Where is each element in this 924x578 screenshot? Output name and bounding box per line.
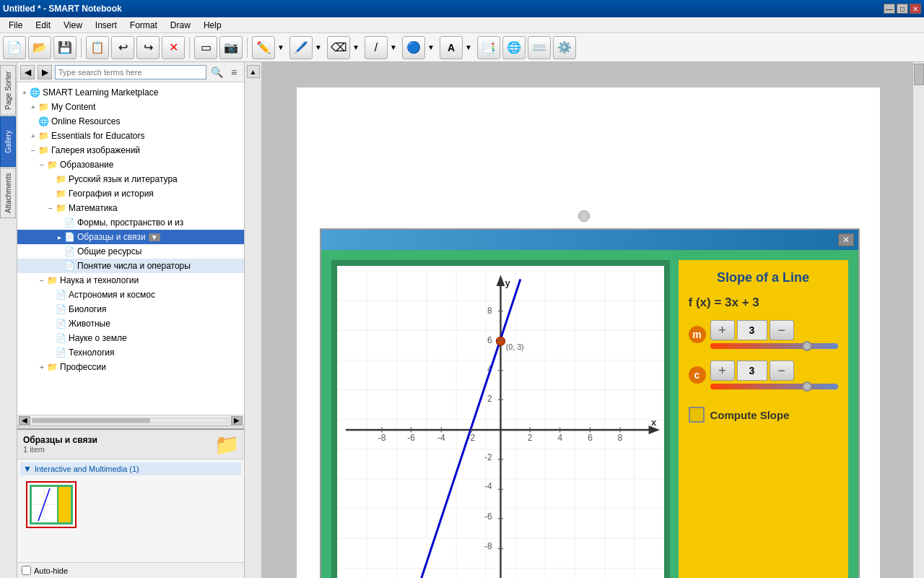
fill-tool[interactable]: 🔵 [402,36,425,59]
c-minus-button[interactable]: − [770,361,794,381]
page-sorter-tab[interactable]: Page Sorter [0,65,16,116]
horizontal-scrollbar[interactable]: ◀ ▶ [17,415,244,425]
window-title: Untitled * - SMART Notebook [3,4,122,14]
menu-help[interactable]: Help [198,19,227,32]
save-button[interactable]: 💾 [53,36,77,59]
svg-point-30 [496,337,505,345]
scroll-left[interactable]: ◀ [19,416,30,425]
paste-button[interactable]: 📋 [86,36,109,59]
keyboard-tool[interactable]: ⌨️ [528,36,551,59]
tree-item-general[interactable]: + 📄 Общие ресурсы [17,244,244,259]
menu-file[interactable]: File [3,19,28,32]
maximize-button[interactable]: □ [897,4,908,14]
web-tool[interactable]: 🌐 [502,36,526,59]
tree-item-science[interactable]: − 📁 Наука и технологии [17,273,244,288]
tree-item-numbers[interactable]: + 📄 Понятие числа и операторы [17,259,244,273]
page-up[interactable]: ▲ [247,65,260,78]
eraser-tool[interactable]: ⌫ [327,36,350,59]
undo-button[interactable]: ↩ [111,36,134,59]
expand-essentials[interactable]: + [29,131,38,140]
menu-edit[interactable]: Edit [30,19,56,32]
tree-item-professions[interactable]: + 📁 Профессии [17,360,244,374]
tree-item-patterns[interactable]: ▸ 📄 Образцы и связи ▼ [17,230,244,244]
back-button[interactable]: ◀ [20,65,35,79]
window-controls[interactable]: — □ ✕ [884,4,921,14]
toolbar: 📄 📂 💾 📋 ↩ ↪ ✕ ▭ 📷 ✏️ ▼ 🖊️ ▼ ⌫ ▼ / ▼ 🔵 ▼ … [0,33,924,62]
gallery-tab[interactable]: Gallery [0,116,16,167]
open-button[interactable]: 📂 [28,36,51,59]
tree-item-gallery-root[interactable]: − 📁 Галерея изображений [17,143,244,158]
settings-tool[interactable]: ⚙️ [553,36,576,59]
expand-science[interactable]: − [38,276,46,285]
expand-gallery-root[interactable]: − [29,146,38,155]
expand-marketplace[interactable]: + [20,88,29,97]
forward-button[interactable]: ▶ [38,65,52,79]
rect-button[interactable]: ▭ [194,36,217,59]
right-scrollbar[interactable] [912,62,924,578]
filter-button[interactable]: ≡ [227,65,241,79]
m-plus-button[interactable]: + [710,320,735,340]
right-scroll-thumb[interactable] [914,64,924,85]
menu-view[interactable]: View [58,19,88,32]
tree-item-astronomy[interactable]: + 📄 Астрономия и космос [17,288,244,302]
widget-close-button[interactable]: ✕ [838,233,854,246]
tree-item-russian[interactable]: + 📁 Русский язык и литература [17,172,244,186]
gallery-expand-item[interactable]: ▼ Interactive and Multimedia (1) [20,462,241,475]
search-button[interactable]: 🔍 [209,65,224,79]
expand-education[interactable]: − [38,160,46,169]
svg-text:8: 8 [487,306,492,316]
m-slider-track[interactable] [710,343,838,349]
svg-text:-2: -2 [484,452,492,462]
c-plus-button[interactable]: + [710,361,735,381]
c-slider-track[interactable] [710,384,838,389]
tree-item-animals[interactable]: + 📄 Животные [17,316,244,331]
tree-item-math[interactable]: − 📁 Математика [17,201,244,215]
text-tool[interactable]: A [440,36,463,59]
m-control: + 3 − [710,320,838,349]
menu-draw[interactable]: Draw [165,19,196,32]
marker-tool[interactable]: 🖊️ [289,36,313,59]
menu-format[interactable]: Format [124,19,163,32]
tree-item-marketplace[interactable]: + 🌐 SMART Learning Marketplace [17,85,244,100]
m-control-row: + 3 − [710,320,838,340]
tree-item-mycontent[interactable]: + 📁 My Content [17,100,244,114]
copy-tool[interactable]: 📑 [477,36,500,59]
redo-button[interactable]: ↪ [136,36,160,59]
expand-patterns[interactable]: ▸ [55,233,64,241]
tree-item-biology[interactable]: + 📄 Биология [17,302,244,316]
compute-slope-button[interactable]: Compute Slope [689,407,838,423]
expand-professions[interactable]: + [38,363,46,371]
pen-tool[interactable]: ✏️ [252,36,275,59]
scroll-track[interactable] [32,418,230,423]
expand-math[interactable]: − [46,204,55,212]
line-tool[interactable]: / [365,36,388,59]
thumbnail-preview [30,485,73,525]
m-slider-thumb[interactable] [802,341,812,351]
gallery-thumbnail[interactable] [26,481,77,528]
expand-mycontent[interactable]: + [29,103,38,111]
separator-3 [247,38,248,58]
tree-item-online[interactable]: + 🌐 Online Resources [17,114,244,129]
close-button[interactable]: ✕ [910,4,921,14]
delete-button[interactable]: ✕ [162,36,185,59]
menu-insert[interactable]: Insert [90,19,123,32]
tree-item-essentials[interactable]: + 📁 Essentials for Educators [17,129,244,143]
m-minus-button[interactable]: − [770,320,794,340]
rotation-handle[interactable] [578,210,590,222]
tree-item-earth[interactable]: + 📄 Науке о земле [17,331,244,345]
tree-item-education[interactable]: − 📁 Образование [17,158,244,172]
tree-item-geography[interactable]: + 📁 География и история [17,186,244,201]
new-button[interactable]: 📄 [3,36,26,59]
tree-item-technology[interactable]: + 📄 Технология [17,345,244,360]
scroll-thumb[interactable] [32,418,150,423]
screen-button[interactable]: 📷 [219,36,243,59]
compute-checkbox[interactable] [689,407,705,423]
folder-icon: 📁 [215,433,238,456]
tree-item-forms[interactable]: + 📄 Формы, пространство и из [17,215,244,230]
scroll-right[interactable]: ▶ [231,416,243,425]
attachments-tab[interactable]: Attachments [0,168,16,218]
minimize-button[interactable]: — [884,4,895,14]
autohide-checkbox[interactable] [22,566,31,575]
search-input[interactable] [55,65,206,79]
c-slider-thumb[interactable] [802,381,812,392]
